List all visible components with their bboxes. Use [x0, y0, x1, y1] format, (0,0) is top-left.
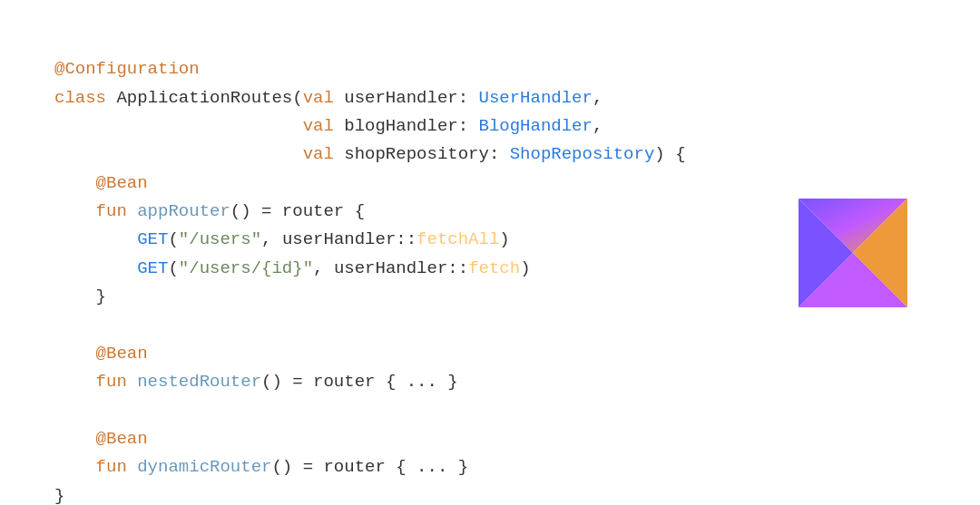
keyword-val-2: val	[303, 116, 345, 136]
indent-6	[54, 258, 137, 278]
punc-get-2: (	[168, 258, 178, 278]
punc-coloncolon-1: ::	[396, 229, 416, 249]
dynamicrouter-paren: () =	[271, 457, 323, 477]
closing-brace-main: }	[54, 486, 64, 506]
classname-applicationroutes: ApplicationRoutes(	[116, 88, 302, 108]
punc-get-1c: )	[499, 229, 509, 249]
punc-coloncolon-2: ::	[447, 258, 468, 278]
indent-7	[54, 344, 96, 364]
param-shoprepository: shopRepository:	[344, 144, 509, 164]
keyword-val-3: val	[303, 144, 345, 164]
approuter-brace: {	[355, 201, 365, 221]
annotation-configuration: @Configuration	[54, 59, 200, 79]
punc-get-1b: ,	[261, 229, 282, 249]
annotation-bean-1: @Bean	[96, 173, 148, 193]
approuter-paren: () =	[230, 201, 282, 221]
dynamicrouter-body: { ... }	[396, 457, 468, 477]
keyword-val-1: val	[303, 88, 345, 108]
indent-3	[54, 173, 96, 193]
indent-4	[54, 201, 96, 221]
indent-9	[54, 429, 96, 449]
funcname-dynamicrouter: dynamicRouter	[137, 457, 271, 477]
punc-comma-2: ,	[593, 116, 603, 136]
indent-2	[54, 144, 303, 164]
kotlin-logo	[799, 199, 907, 307]
handler-ref-2: userHandler	[334, 258, 447, 278]
param-userhandler: userHandler:	[344, 88, 478, 108]
keyword-fun-1: fun	[96, 201, 138, 221]
punc-get-2c: )	[520, 258, 530, 278]
nestedrouter-paren: () =	[261, 372, 313, 392]
method-fetch: fetch	[468, 258, 520, 278]
indent-10	[54, 457, 96, 477]
indent-1	[54, 116, 303, 136]
nestedrouter-body: { ... }	[386, 372, 458, 392]
code-container: @Configuration class ApplicationRoutes(v…	[0, 0, 980, 505]
keyword-fun-3: fun	[96, 457, 138, 477]
closing-brace-1: }	[54, 286, 106, 306]
punc-comma-1: ,	[593, 88, 603, 108]
method-fetchall: fetchAll	[416, 229, 499, 249]
punc-get-1: (	[168, 229, 178, 249]
get-1: GET	[137, 229, 168, 249]
type-userhandler: UserHandler	[479, 88, 593, 108]
keyword-fun-2: fun	[96, 372, 138, 392]
param-bloghandler: blogHandler:	[344, 116, 478, 136]
annotation-bean-2: @Bean	[96, 344, 148, 364]
string-users: "/users"	[179, 229, 261, 249]
punc-brace-open: ) {	[654, 144, 685, 164]
funcname-approuter: appRouter	[137, 201, 230, 221]
punc-get-2b: ,	[313, 258, 334, 278]
code-block: @Configuration class ApplicationRoutes(v…	[54, 27, 686, 505]
keyword-class: class	[54, 88, 116, 108]
type-bloghandler: BlogHandler	[479, 116, 593, 136]
get-2: GET	[137, 258, 168, 278]
type-shoprepository: ShopRepository	[510, 144, 655, 164]
keyword-router-2: router	[313, 372, 386, 392]
annotation-bean-3: @Bean	[96, 429, 148, 449]
indent-5	[54, 229, 137, 249]
keyword-router-3: router	[323, 457, 396, 477]
string-users-id: "/users/{id}"	[179, 258, 313, 278]
indent-8	[54, 372, 96, 392]
handler-ref-1: userHandler	[282, 229, 396, 249]
keyword-router-1: router	[282, 201, 355, 221]
funcname-nestedrouter: nestedRouter	[137, 372, 261, 392]
